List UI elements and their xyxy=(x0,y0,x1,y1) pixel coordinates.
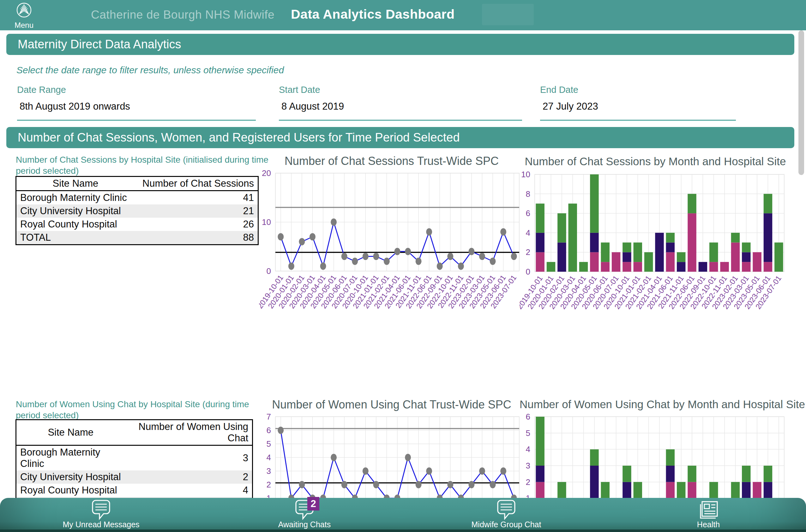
table-row: Royal County Hospital 4 xyxy=(16,484,253,497)
start-date-underline xyxy=(279,120,522,121)
site-name-cell: Borough Maternity Clinic xyxy=(16,191,135,205)
column-chat-sessions: Number of Chat Sessions xyxy=(135,176,258,191)
menu-button[interactable]: Menu xyxy=(8,1,40,30)
svg-text:6: 6 xyxy=(526,413,530,421)
table-total-row: TOTAL 88 xyxy=(16,231,258,245)
table-row: Borough Maternity Clinic 41 xyxy=(16,191,258,205)
scrollbar-thumb[interactable] xyxy=(799,30,804,175)
column-site-name: Site Name xyxy=(16,176,135,191)
svg-text:4: 4 xyxy=(526,444,530,454)
menu-button-label: Menu xyxy=(15,21,34,30)
value-cell: 3 xyxy=(125,445,253,471)
value-cell: 21 xyxy=(135,204,258,218)
date-range-underline xyxy=(17,120,256,121)
site-name-cell: Royal County Hospital xyxy=(16,484,125,497)
site-name-cell: City University Hospital xyxy=(16,204,135,218)
column-site-name: Site Name xyxy=(16,420,125,445)
app-name: Catherine de Bourgh NHS Midwife xyxy=(91,8,274,21)
sessions-table-title: Number of Chat Sessions by Hospital Site… xyxy=(16,154,268,176)
bar-sessions-plot: 02468102019-10-012020-01-012020-02-01202… xyxy=(520,170,791,330)
svg-text:3: 3 xyxy=(526,461,530,470)
site-name-cell: City University Hospital xyxy=(16,470,125,484)
value-cell: 41 xyxy=(135,191,258,205)
svg-text:2: 2 xyxy=(267,480,271,489)
spc-sessions-plot: 010202019-10-012020-01-012020-02-012020-… xyxy=(259,169,524,329)
app-header: Menu Catherine de Bourgh NHS Midwife Dat… xyxy=(0,0,806,30)
nav-label: Health xyxy=(697,520,720,529)
date-range-label: Date Range xyxy=(17,85,256,95)
table-header-row: Site Name Number of Chat Sessions xyxy=(16,176,258,191)
end-date-field[interactable]: End Date 27 July 2023 xyxy=(540,85,736,121)
spc-sessions-chart-title: Number of Chat Sessions Trust-Wide SPC xyxy=(259,154,524,169)
table-row: Royal County Hospital 26 xyxy=(16,218,258,231)
chat-bubble-icon xyxy=(91,516,112,521)
svg-text:3: 3 xyxy=(267,466,271,476)
svg-text:6: 6 xyxy=(526,209,530,218)
page-title: Data Analytics Dashboard xyxy=(291,7,455,22)
end-date-value[interactable]: 27 July 2023 xyxy=(543,101,736,112)
column-women-using-chat: Number of Women Using Chat xyxy=(125,420,253,445)
end-date-label: End Date xyxy=(540,85,736,95)
start-date-field[interactable]: Start Date 8 August 2019 xyxy=(279,85,522,121)
svg-text:6: 6 xyxy=(267,425,271,435)
svg-text:8: 8 xyxy=(526,189,530,199)
svg-text:2: 2 xyxy=(526,477,530,487)
bar-women-chart-title: Number of Women Using Chat by Month and … xyxy=(520,398,791,413)
svg-text:10: 10 xyxy=(521,170,530,179)
total-label-cell: TOTAL xyxy=(16,231,135,245)
bottom-nav: My Unread Messages 2 Awaiting Chats xyxy=(0,498,806,532)
svg-text:5: 5 xyxy=(267,439,271,449)
header-highlight-box xyxy=(482,4,534,25)
svg-text:2: 2 xyxy=(526,247,530,257)
svg-text:5: 5 xyxy=(526,429,530,438)
svg-text:10: 10 xyxy=(262,217,271,227)
section-header-maternity: Maternity Direct Data Analytics xyxy=(6,34,794,55)
bar-sessions-chart: Number of Chat Sessions by Month and Hos… xyxy=(520,155,791,330)
site-name-cell: Royal County Hospital xyxy=(16,218,135,231)
value-cell: 26 xyxy=(135,218,258,231)
section-header-counts: Number of Chat Sessions, Women, and Regi… xyxy=(6,127,794,148)
page: Menu Catherine de Bourgh NHS Midwife Dat… xyxy=(0,0,806,532)
end-date-underline xyxy=(540,120,736,121)
nav-health[interactable]: Health xyxy=(642,499,775,529)
site-name-cell: Borough Maternity Clinic xyxy=(16,445,125,471)
start-date-label: Start Date xyxy=(279,85,522,95)
date-range-field[interactable]: Date Range 8th August 2019 onwards xyxy=(17,85,256,121)
chat-bubble-icon xyxy=(496,516,517,521)
svg-text:4: 4 xyxy=(267,453,271,462)
svg-text:4: 4 xyxy=(526,228,530,238)
newspaper-icon xyxy=(698,516,719,521)
start-date-value[interactable]: 8 August 2019 xyxy=(282,101,522,112)
nav-midwife-group-chat[interactable]: Midwife Group Chat xyxy=(440,499,573,529)
nav-awaiting-chats[interactable]: 2 Awaiting Chats xyxy=(238,499,371,529)
bar-sessions-chart-title: Number of Chat Sessions by Month and Hos… xyxy=(520,155,791,170)
sessions-table: Site Name Number of Chat Sessions Boroug… xyxy=(16,176,259,245)
nav-label: My Unread Messages xyxy=(62,520,139,529)
value-cell: 4 xyxy=(125,484,253,497)
menu-logo-icon xyxy=(15,1,34,21)
nav-label: Midwife Group Chat xyxy=(472,520,541,529)
women-table-title: Number of Women Using Chat by Hospital S… xyxy=(16,399,268,421)
table-row: City University Hospital 21 xyxy=(16,204,258,218)
table-row: Borough Maternity Clinic 3 xyxy=(16,445,253,471)
women-table: Site Name Number of Women Using Chat Bor… xyxy=(16,419,253,511)
filter-note: Select the date range to filter results,… xyxy=(16,65,284,76)
chat-bubble-icon xyxy=(294,516,315,521)
date-range-value[interactable]: 8th August 2019 onwards xyxy=(20,101,256,112)
spc-sessions-chart: Number of Chat Sessions Trust-Wide SPC 0… xyxy=(259,154,524,329)
total-value-cell: 88 xyxy=(135,231,258,245)
value-cell: 2 xyxy=(125,470,253,484)
svg-text:0: 0 xyxy=(526,267,530,277)
table-header-row: Site Name Number of Women Using Chat xyxy=(16,420,253,445)
svg-text:0: 0 xyxy=(267,266,271,276)
nav-my-unread-messages[interactable]: My Unread Messages xyxy=(35,499,167,529)
nav-label: Awaiting Chats xyxy=(278,520,331,529)
awaiting-chats-badge: 2 xyxy=(307,497,319,511)
table-row: City University Hospital 2 xyxy=(16,470,253,484)
spc-women-chart-title: Number of Women Using Chat Trust-Wide SP… xyxy=(259,398,524,413)
